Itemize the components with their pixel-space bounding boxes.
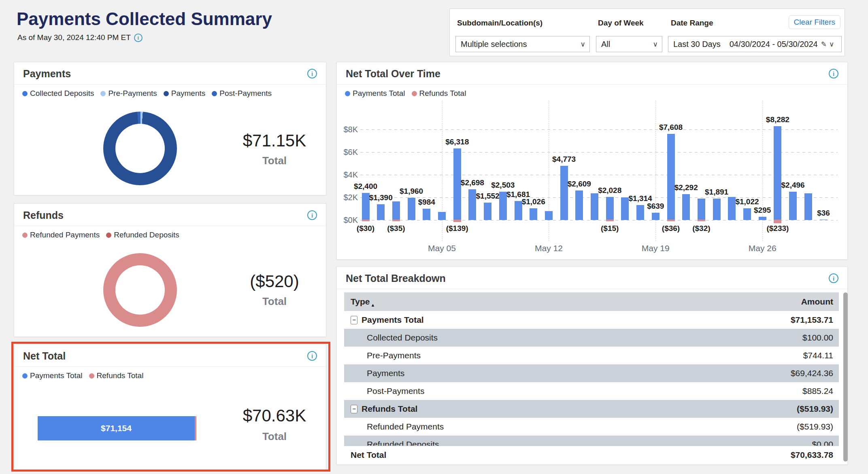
dashboard: Payments Collected Summary As of May 30,… [0,0,868,474]
payments-bar[interactable] [652,213,660,220]
bar-value-label: $1,022 [723,197,772,206]
table-row[interactable]: Pre-Payments$744.11 [344,347,839,364]
payments-bar[interactable] [377,204,385,220]
payments-bar[interactable] [575,190,583,220]
refunds-donut-chart[interactable] [103,253,177,327]
net-total-caption: Total [225,430,324,443]
payments-bar[interactable] [560,166,568,220]
day-of-week-dropdown[interactable]: All ∨ [596,36,662,52]
clear-filters-button[interactable]: Clear Filters [789,15,840,29]
refunds-legend: Refunded PaymentsRefunded Deposits [22,231,179,239]
type-column-header[interactable]: Type ▲ [344,297,625,307]
divider [14,366,326,367]
refunds-bar[interactable] [453,220,461,222]
legend-item[interactable]: Collected Deposits [22,89,94,98]
table-row[interactable]: Refunded Payments($519.93) [344,418,839,436]
bar-value-label: $2,496 [769,181,817,190]
payments-bar[interactable] [606,197,614,220]
refunds-bar[interactable] [667,220,675,221]
refunds-bar[interactable] [392,220,400,221]
y-axis-tick-label: $0K [339,216,358,225]
table-row[interactable]: −Payments Total$71,153.71 [344,311,839,329]
net-total-value: $70.63K [225,406,324,425]
payments-bar[interactable] [484,203,491,220]
as-of-timestamp: As of May 30, 2024 12:40 PM ET i [17,33,143,42]
net-total-card: Net Total i Payments TotalRefunds Total … [14,344,326,470]
table-row[interactable]: Refunded Deposits$0.00 [344,436,839,446]
bar-value-label: $6,318 [433,138,481,146]
legend-item[interactable]: Refunded Payments [22,231,100,239]
payments-total-value: $71.15K [225,131,324,150]
payments-bar[interactable] [423,209,430,220]
refunds-bar[interactable] [362,220,370,221]
payments-bar[interactable] [682,194,690,220]
refunds-bar[interactable] [698,220,705,221]
table-row[interactable]: Post-Payments$885.24 [344,382,839,400]
payments-bar[interactable] [667,134,675,220]
payments-bar[interactable] [774,126,781,220]
payments-bar[interactable] [698,199,705,220]
table-row[interactable]: −Refunds Total($519.93) [344,400,839,418]
info-icon[interactable]: i [307,351,317,361]
chevron-down-icon: ∨ [829,40,834,49]
net-total-row-label: Net Total [351,450,386,460]
table-row[interactable]: Collected Deposits$100.00 [344,329,839,347]
info-icon[interactable]: i [307,69,317,78]
refunds-bar[interactable] [606,220,614,221]
negative-value-label: ($15) [585,224,634,233]
net-total-bar-chart: $71,154 [38,416,196,440]
payments-bar[interactable] [545,211,553,220]
gridline [360,220,838,220]
legend-dot-icon [212,91,217,96]
legend-item[interactable]: Payments Total [22,371,83,380]
subdomain-label: Subdomain/Location(s) [457,19,542,28]
table-scrollbar-thumb[interactable] [843,292,848,461]
payments-donut-chart[interactable] [103,112,177,185]
legend-item[interactable]: Refunds Total [89,371,144,380]
payments-bar[interactable] [392,201,400,220]
payments-total-bar[interactable]: $71,154 [38,416,195,440]
date-range-dropdown[interactable]: Last 30 Days 04/30/2024 - 05/30/2024 ✎ ∨ [668,36,842,52]
refunds-card-title: Refunds [23,209,64,221]
refunds-total-bar[interactable] [195,416,196,440]
payments-bar[interactable] [759,217,766,220]
table-row[interactable]: Payments$69,424.36 [344,364,839,382]
bar-value-label: $36 [799,209,848,218]
bar-value-label: $71,154 [101,423,132,433]
subdomain-dropdown[interactable]: Multiple selections ∨ [455,36,590,52]
chevron-down-icon: ∨ [653,40,658,49]
net-total-card-title: Net Total [23,350,66,362]
refunds-bar[interactable] [774,220,781,223]
net-total-row-amount: $70,633.78 [791,450,833,459]
y-axis-tick-label: $4K [339,170,358,180]
payments-bar[interactable] [713,199,721,220]
info-icon[interactable]: i [307,210,317,220]
legend-dot-icon [22,233,28,238]
negative-value-label: ($32) [677,224,725,233]
payments-bar[interactable] [820,220,828,220]
day-of-week-label: Day of Week [598,19,644,28]
x-axis-week-label: May 12 [524,243,573,253]
legend-item[interactable]: Payments [164,89,205,98]
collapse-icon[interactable]: − [351,405,357,413]
payments-bar[interactable] [530,208,537,220]
x-axis-week-label: May 19 [631,243,680,253]
net-total-row: Net Total $70,633.78 [344,446,839,464]
payments-bar[interactable] [591,193,598,220]
pencil-icon[interactable]: ✎ [821,40,827,49]
payments-bar[interactable] [789,192,797,220]
legend-item[interactable]: Post-Payments [212,89,272,98]
x-axis-week-label: May 26 [738,243,787,253]
info-icon[interactable]: i [829,273,838,283]
chevron-down-icon: ∨ [581,40,585,49]
legend-item[interactable]: Pre-Payments [100,89,157,98]
info-icon[interactable]: i [134,34,143,42]
payments-bar[interactable] [438,212,446,220]
bar-value-label: $984 [402,198,451,207]
collapse-icon[interactable]: − [351,316,357,324]
gridline [360,129,838,130]
legend-item[interactable]: Refunded Deposits [106,231,179,239]
gridline [360,175,838,175]
amount-column-header[interactable]: Amount [625,297,839,307]
divider [337,289,847,289]
